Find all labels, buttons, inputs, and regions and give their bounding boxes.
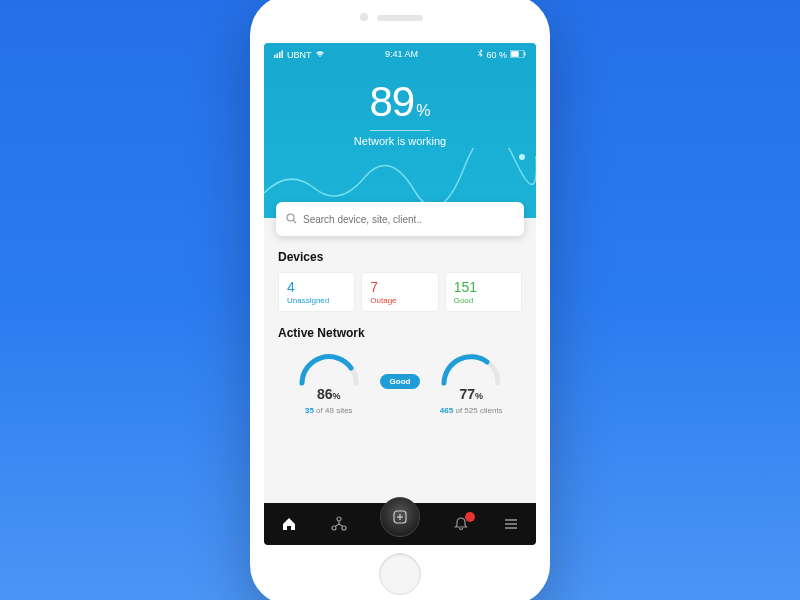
gauge-arc xyxy=(294,348,364,386)
tab-bar xyxy=(264,503,536,545)
device-count: 7 xyxy=(370,279,429,295)
tab-home[interactable] xyxy=(280,515,298,533)
plus-icon xyxy=(391,508,409,526)
gauge-subtext: 35 of 48 sites xyxy=(278,406,380,415)
search-container xyxy=(276,202,524,236)
gauge-percent: 86 xyxy=(317,386,333,402)
device-label: Good xyxy=(454,296,513,305)
battery-icon xyxy=(510,50,526,60)
device-label: Outage xyxy=(370,296,429,305)
status-pill: Good xyxy=(380,374,421,389)
svg-point-7 xyxy=(519,154,525,160)
svg-point-10 xyxy=(337,517,341,521)
search-bar[interactable] xyxy=(276,202,524,236)
search-input[interactable] xyxy=(303,214,514,225)
svg-point-8 xyxy=(287,214,294,221)
home-button[interactable] xyxy=(379,553,421,595)
percent-symbol: % xyxy=(416,102,430,119)
svg-rect-6 xyxy=(524,52,525,55)
sparkline xyxy=(264,148,536,208)
devices-section: Devices 4 Unassigned 7 Outage 151 Good xyxy=(264,236,536,312)
svg-line-9 xyxy=(293,220,296,223)
gauge-percent: 77 xyxy=(459,386,475,402)
search-icon xyxy=(286,210,297,228)
tab-add[interactable] xyxy=(380,497,420,537)
device-card-outage[interactable]: 7 Outage xyxy=(361,272,438,312)
menu-icon xyxy=(503,517,519,531)
status-bar: UBNT 9:41 AM 60 % xyxy=(274,49,526,60)
devices-title: Devices xyxy=(278,250,522,264)
hero: 89% Network is working xyxy=(274,78,526,147)
device-count: 4 xyxy=(287,279,346,295)
screen: UBNT 9:41 AM 60 % xyxy=(264,43,536,545)
gauge-subtext: 465 of 525 clients xyxy=(420,406,522,415)
clock: 9:41 AM xyxy=(385,49,418,60)
carrier-label: UBNT xyxy=(287,50,312,60)
gauge-clients[interactable]: 77% 465 of 525 clients xyxy=(420,348,522,415)
svg-rect-0 xyxy=(274,55,276,58)
device-card-good[interactable]: 151 Good xyxy=(445,272,522,312)
phone-frame: UBNT 9:41 AM 60 % xyxy=(250,0,550,600)
tab-topology[interactable] xyxy=(330,515,348,533)
hero-percent: 89 xyxy=(370,78,415,125)
svg-rect-1 xyxy=(277,53,279,58)
device-card-unassigned[interactable]: 4 Unassigned xyxy=(278,272,355,312)
device-label: Unassigned xyxy=(287,296,346,305)
wifi-icon xyxy=(315,50,325,60)
tab-notifications[interactable] xyxy=(452,515,470,533)
topology-icon xyxy=(331,516,347,532)
svg-rect-2 xyxy=(279,52,281,58)
gauge-sites[interactable]: 86% 35 of 48 sites xyxy=(278,348,380,415)
notification-badge xyxy=(465,512,475,522)
gauge-arc xyxy=(436,348,506,386)
header: UBNT 9:41 AM 60 % xyxy=(264,43,536,218)
signal-icon xyxy=(274,50,284,60)
device-count: 151 xyxy=(454,279,513,295)
battery-pct: 60 % xyxy=(486,50,507,60)
bluetooth-icon xyxy=(478,49,483,60)
svg-rect-5 xyxy=(511,51,519,57)
tab-menu[interactable] xyxy=(502,515,520,533)
hero-status: Network is working xyxy=(274,135,526,147)
svg-rect-3 xyxy=(282,50,284,58)
home-icon xyxy=(281,516,297,532)
active-network-title: Active Network xyxy=(278,326,522,340)
active-network-section: Active Network 86% 35 of 48 sites Good xyxy=(264,312,536,415)
divider xyxy=(370,130,430,131)
